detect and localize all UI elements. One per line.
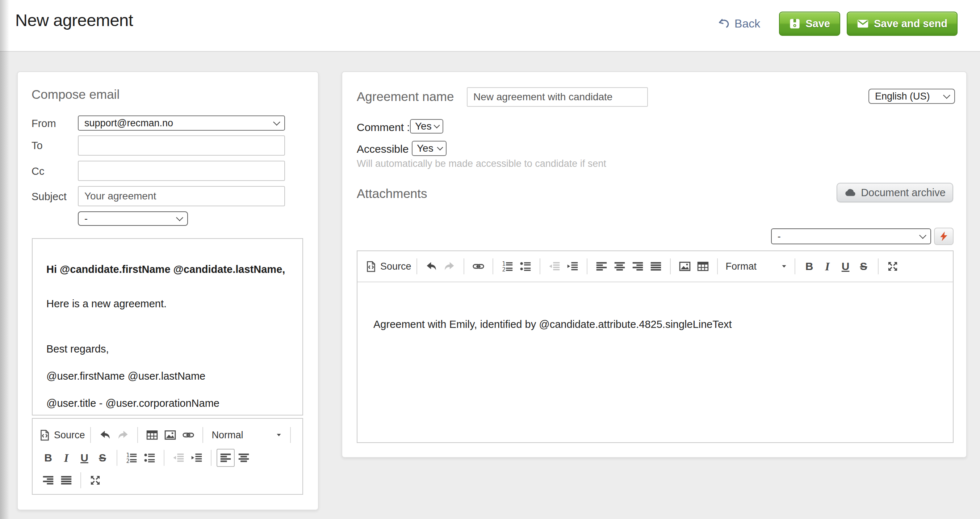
- align-center-icon: [238, 452, 250, 463]
- bold-button[interactable]: B: [800, 257, 818, 275]
- email-template-select[interactable]: -: [78, 211, 188, 226]
- agreement-name-input[interactable]: [467, 87, 648, 107]
- toolbar-separator: [717, 259, 718, 275]
- toolbar-separator: [878, 259, 878, 275]
- paragraph-style-dropdown[interactable]: Normal: [208, 430, 285, 441]
- numbered-list-button[interactable]: [123, 449, 140, 467]
- new-agreement-page: New agreement Back Save Save and send Co…: [0, 0, 980, 519]
- align-center-button[interactable]: [611, 257, 629, 275]
- decrease-indent-button[interactable]: [170, 449, 188, 467]
- maximize-button[interactable]: [884, 257, 902, 275]
- save-floppy-icon: [789, 18, 800, 29]
- insert-link-button[interactable]: [469, 257, 487, 275]
- language-select[interactable]: English (US): [869, 89, 955, 104]
- align-right-button[interactable]: [39, 471, 57, 489]
- bulleted-list-icon: [144, 452, 155, 463]
- insert-image-button[interactable]: [676, 257, 694, 275]
- undo-button[interactable]: [96, 426, 114, 444]
- increase-indent-button[interactable]: [188, 449, 206, 467]
- accessible-label: Accessible :: [357, 143, 415, 155]
- bulleted-list-button[interactable]: [140, 449, 159, 467]
- bold-icon: B: [44, 452, 52, 463]
- from-select[interactable]: support@recman.no: [78, 116, 285, 131]
- email-body-paragraph: Best regards,: [46, 343, 289, 355]
- email-body-editor[interactable]: Hi @candidate.firstName @candidate.lastN…: [32, 238, 303, 416]
- maximize-button[interactable]: [86, 471, 104, 489]
- image-icon: [164, 429, 176, 441]
- save-and-send-button[interactable]: Save and send: [847, 11, 958, 36]
- undo-button[interactable]: [422, 257, 441, 275]
- accessible-note: Will automatically be made accessible to…: [357, 158, 606, 169]
- insert-table-button[interactable]: [694, 257, 712, 275]
- decrease-indent-icon: [549, 260, 560, 272]
- format-dropdown[interactable]: Format: [723, 261, 789, 272]
- link-icon: [183, 429, 194, 441]
- agreement-editor: Source: [357, 251, 954, 443]
- insert-link-button[interactable]: [179, 426, 197, 444]
- insert-table-button[interactable]: [143, 426, 161, 444]
- italic-button[interactable]: I: [57, 449, 75, 467]
- italic-icon: I: [825, 260, 829, 272]
- language-select-value: English (US): [875, 91, 930, 102]
- back-arrow-icon: [718, 18, 731, 30]
- document-archive-button[interactable]: Document archive: [837, 183, 953, 202]
- underline-button[interactable]: U: [837, 257, 855, 275]
- source-button[interactable]: Source: [366, 261, 411, 272]
- decrease-indent-button[interactable]: [546, 257, 563, 275]
- attachment-template-select-value: -: [778, 231, 781, 242]
- agreement-editor-content[interactable]: Agreement with Emily, identified by @can…: [358, 282, 953, 330]
- chevron-down-icon: [943, 92, 950, 99]
- back-button[interactable]: Back: [718, 17, 760, 30]
- attachments-heading: Attachments: [357, 186, 427, 201]
- paragraph-style-value: Normal: [212, 430, 243, 441]
- lightning-bolt-icon: [939, 231, 949, 242]
- align-left-button[interactable]: [216, 449, 235, 467]
- underline-icon: U: [80, 452, 88, 463]
- to-input[interactable]: [78, 135, 285, 156]
- undo-icon: [99, 429, 111, 441]
- redo-button[interactable]: [114, 426, 132, 444]
- email-editor-toolbar: Source Normal B I U S: [32, 418, 303, 495]
- underline-button[interactable]: U: [75, 449, 94, 467]
- toolbar-separator: [464, 259, 464, 275]
- save-button[interactable]: Save: [779, 11, 840, 36]
- align-center-button[interactable]: [235, 449, 253, 467]
- strikethrough-icon: S: [860, 261, 867, 272]
- table-icon: [697, 260, 709, 272]
- strikethrough-button[interactable]: S: [94, 449, 111, 467]
- toolbar-separator: [493, 259, 493, 275]
- bulleted-list-icon: [520, 260, 531, 272]
- redo-button[interactable]: [441, 257, 458, 275]
- justify-icon: [60, 475, 72, 486]
- quick-insert-button[interactable]: [934, 228, 954, 245]
- justify-button[interactable]: [647, 257, 665, 275]
- bold-button[interactable]: B: [39, 449, 57, 467]
- bulleted-list-button[interactable]: [516, 257, 535, 275]
- align-right-button[interactable]: [629, 257, 647, 275]
- insert-image-button[interactable]: [161, 426, 179, 444]
- align-left-button[interactable]: [592, 257, 611, 275]
- compose-email-panel: Compose email From support@recman.no To …: [17, 71, 319, 510]
- increase-indent-button[interactable]: [563, 257, 582, 275]
- strikethrough-button[interactable]: S: [855, 257, 873, 275]
- comment-select[interactable]: Yes: [410, 119, 443, 133]
- undo-icon: [426, 260, 437, 272]
- align-left-icon: [596, 260, 607, 272]
- subject-label: Subject: [32, 191, 67, 203]
- subject-input[interactable]: [78, 186, 285, 206]
- toolbar-separator: [90, 427, 91, 443]
- chevron-down-icon: [434, 122, 440, 129]
- justify-button[interactable]: [57, 471, 75, 489]
- accessible-select[interactable]: Yes: [412, 141, 447, 156]
- toolbar-separator: [539, 259, 540, 275]
- table-icon: [146, 429, 158, 441]
- bold-icon: B: [805, 261, 813, 272]
- numbered-list-button[interactable]: [498, 257, 516, 275]
- source-button[interactable]: Source: [39, 430, 85, 441]
- cc-input[interactable]: [78, 161, 285, 181]
- format-dropdown-value: Format: [726, 261, 757, 272]
- toolbar-separator: [587, 259, 587, 275]
- italic-button[interactable]: I: [818, 257, 837, 275]
- maximize-icon: [887, 260, 899, 272]
- attachment-template-select[interactable]: -: [771, 229, 931, 244]
